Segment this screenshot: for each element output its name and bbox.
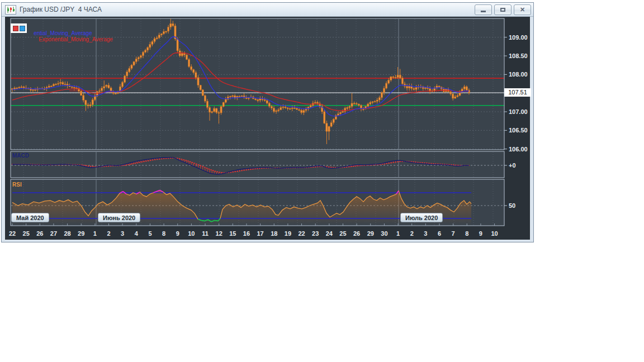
time-axis-label: 23 <box>312 230 319 237</box>
price-axis-label: 109.00 <box>509 34 528 41</box>
price-axis-label: 106.00 <box>509 145 528 153</box>
time-axis-label: 11 <box>202 230 209 237</box>
time-axis-label: 18 <box>271 230 277 237</box>
time-axis-label: 3 <box>121 230 124 237</box>
rsi-panel-label: RSI <box>12 182 22 188</box>
time-axis-label: 16 <box>243 230 250 237</box>
rsi-axis-label: 50 <box>509 202 515 209</box>
macd-axis-label: +0 <box>509 161 516 169</box>
minimize-icon <box>481 11 486 12</box>
ema-fast-legend-label: ential_Moving_Average <box>34 30 92 36</box>
candlestick-chart-icon <box>5 5 16 15</box>
time-axis-label: 12 <box>216 230 222 237</box>
time-axis-label: 5 <box>148 230 151 237</box>
chart-client-area[interactable] <box>5 17 530 240</box>
close-button[interactable]: ✕ <box>514 4 531 15</box>
time-axis-label: 24 <box>326 230 333 237</box>
time-axis-label: 8 <box>162 230 165 237</box>
time-axis-label: 28 <box>64 230 70 237</box>
time-axis-label: 2 <box>410 230 414 237</box>
time-axis-label: 19 <box>285 230 291 237</box>
indicator-legend: ential_Moving_Average Exponential_Moving… <box>27 24 113 49</box>
time-axis-label: 10 <box>491 230 498 237</box>
ema-slow-legend-label: Exponential_Moving_Average <box>39 36 113 42</box>
ema-fast-swatch[interactable] <box>20 26 25 31</box>
window-titlebar[interactable]: График USD /JPY 4 ЧАСА ✕ <box>2 3 533 17</box>
price-axis-label: 108.50 <box>509 52 528 60</box>
ema-slow-swatch[interactable] <box>13 26 18 31</box>
time-axis-label: 29 <box>78 230 84 237</box>
restore-button[interactable] <box>494 4 512 15</box>
window-title: График USD /JPY 4 ЧАСА <box>20 6 102 13</box>
time-axis-label: 4 <box>135 230 138 237</box>
month-label-july: Июль 2020 <box>400 213 443 222</box>
minimize-button[interactable] <box>475 4 492 15</box>
restore-icon <box>500 8 505 12</box>
time-axis-label: 26 <box>353 230 360 237</box>
time-axis-label: 26 <box>36 230 43 237</box>
time-axis-label: 9 <box>479 230 482 237</box>
time-axis-label: 7 <box>452 230 455 237</box>
time-axis-label: 2 <box>107 230 110 237</box>
close-icon: ✕ <box>520 7 525 13</box>
time-axis-label: 1 <box>396 230 400 237</box>
time-axis-label: 17 <box>257 230 263 237</box>
time-axis-label: 3 <box>424 230 427 237</box>
time-axis-label: 25 <box>339 230 346 237</box>
time-axis-label: 10 <box>188 230 195 237</box>
time-axis-label: 22 <box>298 230 305 237</box>
time-axis-label: 27 <box>50 230 57 237</box>
time-axis-label: 22 <box>9 230 16 237</box>
month-label-june: Июнь 2020 <box>98 213 140 222</box>
time-axis-label: 25 <box>23 230 30 237</box>
time-axis-label: 15 <box>229 230 236 237</box>
indicator-color-buttons[interactable] <box>11 23 27 33</box>
time-axis-label: 6 <box>438 230 441 237</box>
time-axis-label: 9 <box>176 230 179 237</box>
time-axis-label: 30 <box>381 230 387 237</box>
current-price-label: 107.51 <box>504 88 531 97</box>
month-label-may: Май 2020 <box>11 213 49 222</box>
time-axis-label: 1 <box>93 230 97 237</box>
price-axis-label: 106.50 <box>509 126 528 134</box>
macd-panel-label: MACD <box>12 153 29 159</box>
price-axis-label: 108.00 <box>509 70 528 78</box>
time-axis-label: 8 <box>465 230 468 237</box>
time-axis-label: 29 <box>367 230 374 237</box>
price-axis-label: 107.00 <box>509 108 528 116</box>
